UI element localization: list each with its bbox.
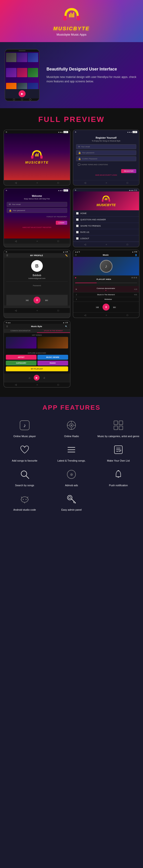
designed-title: Beautifully Designed User Interface: [46, 66, 138, 72]
svg-rect-27: [114, 421, 118, 425]
feature-search-label: Search by songs: [15, 484, 34, 487]
svg-point-53: [69, 496, 71, 499]
splash-app-name: MUSICBYTE: [25, 160, 48, 164]
song-thumbnails: [6, 337, 68, 348]
tab-stuck[interactable]: STUCK IN THE MOMENT: [37, 329, 70, 333]
phone-register: N ▲▲▲ 4:57 Register Yourself To Enjoy th…: [73, 130, 140, 186]
phone-drawer: N ▲▲▲ 2:11 MUSICBYTE: [73, 188, 140, 247]
designed-section: ▶ Beautifully Designed User Interface Mu…: [0, 42, 143, 108]
login-link[interactable]: LOGIN: [112, 174, 117, 176]
svg-rect-16: [106, 198, 107, 200]
musicbyte-tabs: COMMON DENOMINATOR STUCK IN THE MOMENT: [4, 329, 70, 333]
svg-point-52: [67, 495, 72, 500]
drawer-item-rate[interactable]: ⬜ RATE US: [73, 229, 139, 236]
svg-rect-2: [69, 14, 70, 18]
login-password[interactable]: Your password: [13, 209, 25, 212]
register-terms[interactable]: I AGREE TERMS AND CONDITIONS: [81, 164, 108, 165]
btn-category[interactable]: CATEGORY: [6, 361, 36, 366]
svg-rect-10: [37, 154, 38, 157]
playlist-item-2[interactable]: 2 Stuck In The Moment 4:01: [73, 292, 139, 297]
feature-categories: Music by categories, artist and genre: [97, 418, 140, 438]
hot-songs: HOT SONGS: [4, 333, 70, 351]
feature-online-radio: Online Radio: [50, 418, 93, 438]
playlist-item-1[interactable]: ▶ Common denominator ● 4:23: [73, 286, 139, 292]
svg-rect-14: [105, 198, 105, 200]
svg-point-48: [26, 499, 27, 500]
svg-point-43: [118, 470, 119, 471]
register-button[interactable]: REGISTER: [121, 169, 136, 173]
btn-genre[interactable]: MUSIC GENRE: [37, 355, 68, 360]
have-account-text: HAVE AN ACCOUNT? LOGIN: [76, 174, 137, 176]
drawer-header: MUSICBYTE: [73, 191, 139, 210]
music-note-icon: ♪: [18, 418, 32, 432]
drawer-screen: MUSICBYTE ⬜ HOME ⬜ QUESTION AND ANSWER ⬜…: [73, 191, 139, 242]
features-grid: ♪ Online Music player Online Radio: [3, 418, 140, 512]
playlist-list: ▶ Common denominator ● 4:23 2 Stuck In T…: [73, 286, 139, 302]
feature-admob: ⊕ Admob ads: [50, 467, 93, 487]
song-thumb-2[interactable]: [37, 337, 68, 348]
phone-musicbyte: N ▲▲ ▲ 1:33 ☰ Music Byte 🔍 COMMON DENOMI…: [3, 320, 70, 388]
app-logo: [62, 7, 81, 23]
svg-rect-13: [109, 199, 110, 202]
splash-screen: MUSICBYTE: [4, 133, 70, 180]
svg-rect-3: [70, 12, 71, 18]
feature-push-notif-label: Push notification: [109, 484, 128, 487]
svg-rect-28: [119, 421, 123, 425]
drawer-item-logout[interactable]: ⬜ LOGOUT: [73, 236, 139, 242]
drawer-item-share[interactable]: ⬜ SHARE TO FRIENDS: [73, 223, 139, 229]
header-section: MUSICBYTE Musicbyte Music Apps: [0, 0, 143, 42]
login-welcome: Welcome: [7, 195, 67, 197]
playlist-item-3[interactable]: 3 Mistletoe: [73, 297, 139, 302]
svg-rect-7: [40, 155, 43, 159]
player-album-art: ♪: [73, 257, 139, 275]
svg-rect-30: [119, 426, 123, 430]
login-button[interactable]: LOGIN: [56, 221, 67, 225]
full-preview-section: FULL PREVIEW N ▲▲▲ 4:57: [0, 108, 143, 397]
btn-artist[interactable]: ARTIST: [6, 355, 36, 360]
phone-splash: N ▲▲▲ 4:57 MUSICBYTE ◁: [3, 130, 70, 186]
feature-trending-label: Latest & Trending songs.: [58, 459, 86, 463]
feature-admin: Easy admin panel: [50, 492, 93, 512]
full-preview-title: FULL PREVIEW: [3, 115, 140, 124]
hot-songs-label: HOT SONGS: [6, 334, 68, 336]
btn-radio[interactable]: RADIO: [37, 361, 68, 366]
register-password[interactable]: Your password: [82, 152, 95, 154]
categories-icon: [111, 418, 125, 432]
app-name: MUSICBYTE: [5, 26, 138, 32]
search-icon: [18, 467, 32, 482]
svg-point-47: [23, 499, 24, 500]
phone-login: N ▲▲▲ 4:57 Welcome Enjoy Various Music w…: [3, 188, 70, 247]
drawer-item-home[interactable]: ⬜ HOME: [73, 210, 139, 217]
feature-online-music-label: Online Music player: [13, 435, 36, 438]
song-thumb-1[interactable]: [6, 337, 36, 348]
app-features-section: App Features ♪ Online Music player: [0, 397, 143, 519]
forgot-password[interactable]: FORGOT MY PASSWORD?: [46, 216, 67, 218]
drawer-item-qa[interactable]: ⬜ QUESTION AND ANSWER: [73, 217, 139, 223]
feature-push-notif: Push notification: [97, 467, 140, 487]
profile-email: bobibob@gmail.com: [4, 277, 70, 279]
feature-own-list-label: Make Your Own List: [107, 459, 130, 463]
svg-rect-8: [35, 154, 36, 157]
svg-rect-5: [73, 12, 74, 18]
profile-screen: ☰ MY PROFILE ✏️ B Bobibob bobibob@gmail.…: [4, 253, 70, 306]
register-email[interactable]: Your email: [81, 146, 90, 148]
designed-text: Beautifully Designed User Interface Musi…: [46, 66, 138, 84]
feature-online-music: ♪ Online Music player: [3, 418, 46, 438]
login-email[interactable]: Your email: [12, 203, 21, 206]
key-icon: [64, 492, 78, 506]
register-link[interactable]: REGISTER: [43, 226, 51, 228]
admob-icon: ⊕: [64, 467, 78, 482]
svg-line-39: [26, 476, 29, 478]
register-confirm[interactable]: Confirm Password: [82, 158, 97, 160]
no-account-label: HAVE NOT AN ACCOUNT?: [23, 226, 42, 228]
login-subtitle: Enjoy Various Music with Easy Free: [7, 198, 67, 199]
btn-playlist[interactable]: MY PLAYLIST: [6, 366, 68, 371]
register-title: Register Yourself: [76, 136, 137, 139]
bell-icon: [111, 467, 125, 482]
tab-common[interactable]: COMMON DENOMINATOR: [4, 329, 37, 333]
svg-text:♪: ♪: [23, 423, 26, 428]
profile-name: Bobibob: [4, 274, 70, 277]
register-screen: Register Yourself To Enjoy the Song on M…: [73, 133, 139, 180]
musicbyte-header: ☰ Music Byte 🔍: [4, 324, 70, 329]
phone-music-player: ▲▲ N ▲ 4:59 ☰ Music 👤 ♪ ▶: [73, 250, 140, 318]
